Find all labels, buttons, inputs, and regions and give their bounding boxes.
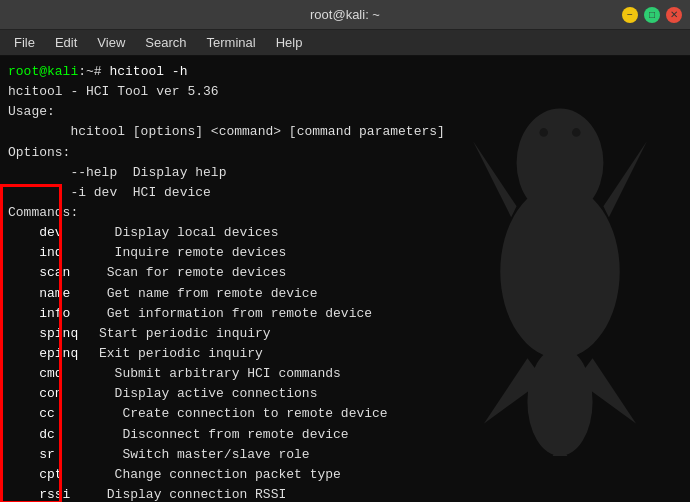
prompt-user: root@kali — [8, 64, 78, 79]
window-title: root@kali: ~ — [68, 7, 622, 22]
menu-terminal[interactable]: Terminal — [197, 33, 266, 52]
cmd-cpt: cpt Change connection packet type — [8, 465, 682, 485]
terminal-area[interactable]: root@kali:~# hcitool -h hcitool - HCI To… — [0, 56, 690, 502]
options-label: Options: — [8, 143, 682, 163]
cmd-info: info Get information from remote device — [8, 304, 682, 324]
commands-label: Commands: — [8, 203, 682, 223]
usage-syntax: hcitool [options] <command> [command par… — [8, 122, 682, 142]
window-controls: − □ ✕ — [622, 7, 682, 23]
cmd-rssi: rssi Display connection RSSI — [8, 485, 682, 502]
tool-version: hcitool - HCI Tool ver 5.36 — [8, 82, 682, 102]
cmd-cc: cc Create connection to remote device — [8, 404, 682, 424]
terminal-output: root@kali:~# hcitool -h hcitool - HCI To… — [8, 62, 682, 502]
menu-help[interactable]: Help — [266, 33, 313, 52]
menu-bar: File Edit View Search Terminal Help — [0, 30, 690, 56]
prompt-line: root@kali:~# hcitool -h — [8, 62, 682, 82]
menu-edit[interactable]: Edit — [45, 33, 87, 52]
maximize-button[interactable]: □ — [644, 7, 660, 23]
title-bar: root@kali: ~ − □ ✕ — [0, 0, 690, 30]
minimize-button[interactable]: − — [622, 7, 638, 23]
cmd-con: con Display active connections — [8, 384, 682, 404]
cmd-sr: sr Switch master/slave role — [8, 445, 682, 465]
menu-view[interactable]: View — [87, 33, 135, 52]
cmd-cmd: cmd Submit arbitrary HCI commands — [8, 364, 682, 384]
menu-file[interactable]: File — [4, 33, 45, 52]
close-button[interactable]: ✕ — [666, 7, 682, 23]
option-help: --help Display help — [8, 163, 682, 183]
cmd-dc: dc Disconnect from remote device — [8, 425, 682, 445]
cmd-name: name Get name from remote device — [8, 284, 682, 304]
cmd-epinq: epinq Exit periodic inquiry — [8, 344, 682, 364]
option-dev: -i dev HCI device — [8, 183, 682, 203]
cmd-spinq: spinq Start periodic inquiry — [8, 324, 682, 344]
usage-label: Usage: — [8, 102, 682, 122]
cmd-inq: inq Inquire remote devices — [8, 243, 682, 263]
menu-search[interactable]: Search — [135, 33, 196, 52]
cmd-scan: scan Scan for remote devices — [8, 263, 682, 283]
command-text: hcitool -h — [109, 64, 187, 79]
cmd-dev: dev Display local devices — [8, 223, 682, 243]
